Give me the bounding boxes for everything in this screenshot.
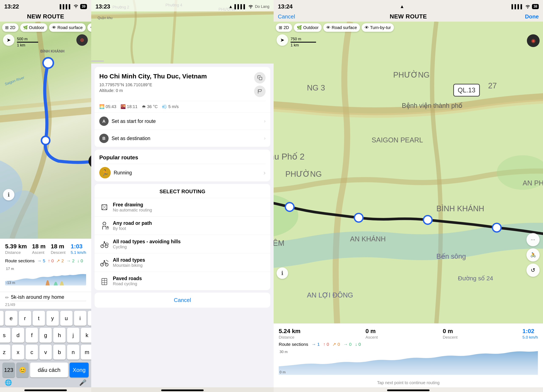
route-name-input[interactable] [11, 294, 86, 301]
cancel-modal-button[interactable]: Cancel [95, 293, 270, 308]
routing-option-any-road[interactable]: Any road or path By foot [95, 216, 270, 235]
sunset-time: 18:11 [127, 104, 137, 109]
running-icon: 🏃 [99, 167, 111, 178]
keyboard-row-1: q w e r t y u i o p [1, 311, 90, 326]
more-options-button[interactable]: ··· [526, 233, 540, 246]
chevron-right-dest: › [264, 136, 266, 141]
key-space[interactable]: dấu cách [30, 363, 68, 377]
direction-icon-2: ▲ [228, 4, 233, 9]
info-button-1[interactable]: ℹ [3, 189, 14, 200]
status-time-1: 13:22 [4, 3, 19, 10]
nav-bar-1: NEW ROUTE [0, 11, 91, 22]
key-emoji[interactable]: 😊 [16, 363, 29, 377]
undo-button[interactable]: ↺ [526, 264, 540, 277]
map-area-3[interactable]: B N PHƯỜNG 6 NG 3 PHƯỜNG 27 ĐA KAO Khu P… [274, 22, 543, 323]
key-s[interactable]: s [0, 328, 10, 343]
flag-button[interactable] [254, 86, 266, 97]
any-road-desc: By foot [113, 226, 266, 231]
key-y[interactable]: y [46, 311, 59, 326]
compass-icon-3: ◉ [531, 38, 536, 44]
map-btn-road-1[interactable]: 👁 Road surface [49, 23, 86, 32]
key-done[interactable]: Xong [70, 363, 89, 377]
descent-label-1: Descent [51, 250, 66, 255]
stat-descent-3: 0 m Descent [443, 328, 458, 340]
key-x[interactable]: x [12, 345, 24, 359]
home-indicator-3 [387, 389, 430, 391]
map-btn-road-3[interactable]: 👁 Road surface [323, 23, 360, 32]
key-f[interactable]: f [26, 328, 38, 343]
sunrise: 🌅 05:43 [99, 104, 116, 109]
key-g[interactable]: g [40, 328, 52, 343]
svg-text:27: 27 [488, 81, 497, 90]
sections-label-3: Route sections [279, 342, 308, 347]
map-btn-turn-3[interactable]: 👁 Turn-by-tur [362, 23, 394, 32]
battery-1: 39 [80, 4, 87, 9]
svg-text:SAIGON PEARL: SAIGON PEARL [372, 136, 423, 144]
mic-icon[interactable]: 🎤 [79, 379, 86, 386]
road-cycling-icon [99, 276, 109, 286]
key-m[interactable]: m [81, 345, 91, 359]
routing-option-road-cycling[interactable]: Paved roads Road cycling [95, 272, 270, 290]
routing-option-free-drawing[interactable]: Free drawing No automatic routing [95, 198, 270, 216]
key-w[interactable]: w [0, 311, 4, 326]
set-start-button[interactable]: A Set as start for route › [95, 113, 270, 130]
key-z[interactable]: z [0, 345, 10, 359]
route-stats-3: 5.24 km Distance 0 m Ascent 0 m Descent … [279, 328, 538, 340]
map-area-1[interactable]: B ⊞ 2D 🌿 Outdoor 👁 Road surface 👁 [0, 22, 91, 239]
map-btn-outdoor-3[interactable]: 🌿 Outdoor [294, 23, 322, 32]
navigation-arrow-3[interactable]: ➤ [277, 34, 288, 46]
navigation-arrow-1[interactable]: ➤ [3, 34, 14, 46]
key-k[interactable]: k [81, 328, 91, 343]
key-d[interactable]: d [12, 328, 24, 343]
route-sections-1: Route sections → 5 ↑ 0 ↗ 2 → 2 ↓ 0 [5, 258, 86, 263]
cancel-button-3[interactable]: Cancel [278, 13, 295, 20]
globe-icon[interactable]: 🌐 [5, 379, 12, 386]
edit-icon: ✏ [5, 295, 9, 300]
key-o[interactable]: o [88, 311, 91, 326]
svg-text:PHƯỜNG: PHƯỜNG [393, 70, 430, 79]
stat-distance-1: 5.39 km Distance [5, 243, 27, 255]
distance-value-1: 5.39 km [5, 243, 27, 250]
key-c[interactable]: c [26, 345, 38, 359]
routing-option-mountain-bike[interactable]: All road types Mountain biking [95, 253, 270, 272]
key-v[interactable]: v [40, 345, 52, 359]
key-t[interactable]: t [33, 311, 45, 326]
key-b[interactable]: b [53, 345, 66, 359]
distance-value-3: 5.24 km [279, 328, 300, 335]
char-count: 21/49 [0, 302, 91, 309]
signal-icon-3: ▌▌▌▌ [512, 4, 524, 9]
cycling-no-hills-desc: Cycling [113, 244, 266, 249]
map-btn-outdoor-1[interactable]: 🌿 Outdoor [20, 23, 47, 32]
map-btn-turn-1[interactable]: 👁 Turn-by-tur [87, 23, 91, 32]
key-u[interactable]: u [60, 311, 73, 326]
any-road-icon [99, 221, 109, 231]
map-area-2[interactable]: Phường 2 Phường 4 PHƯỜNG Quận khu 13:23 … [91, 0, 274, 64]
stat-ascent-3: 0 m Ascent [365, 328, 378, 340]
popular-route-running[interactable]: 🏃 Running › [99, 164, 266, 181]
map-btn-2d-3[interactable]: ⊞ 2D [276, 23, 292, 32]
key-n[interactable]: n [67, 345, 79, 359]
key-e[interactable]: e [5, 311, 17, 326]
key-r[interactable]: r [19, 311, 31, 326]
map-toolbar-1: ⊞ 2D 🌿 Outdoor 👁 Road surface 👁 Turn-by-… [2, 23, 89, 32]
speed-sub-1: 5.1 km/h [71, 250, 86, 255]
elev-top-3: 30 m [280, 350, 288, 354]
key-i[interactable]: i [74, 311, 86, 326]
key-h[interactable]: h [53, 328, 66, 343]
status-bar-1: 13:22 ▌▌▌▌ 39 [0, 0, 91, 11]
done-button-3[interactable]: Done [525, 13, 539, 20]
ascent-label-1: Ascent [32, 250, 44, 255]
cyclist-mode-button[interactable]: 🚴 [526, 248, 540, 261]
info-button-3[interactable]: ℹ [277, 267, 288, 279]
map-btn-2d-1[interactable]: ⊞ 2D [2, 23, 18, 32]
set-destination-button[interactable]: B Set as destination › [95, 130, 270, 147]
key-j[interactable]: j [67, 328, 79, 343]
mountain-bike-desc: Mountain biking [113, 263, 266, 268]
svg-point-42 [354, 213, 363, 222]
routing-option-cycling-no-hills[interactable]: All road types - avoiding hills Cycling [95, 235, 270, 253]
nav-bar-3: Cancel NEW ROUTE Done [274, 11, 543, 22]
keyboard-bottom-icons: 🌐 🎤 [1, 378, 90, 386]
key-123[interactable]: 123 [3, 363, 15, 377]
copy-button[interactable] [254, 72, 266, 83]
section-blue-1: → 5 [37, 258, 45, 263]
